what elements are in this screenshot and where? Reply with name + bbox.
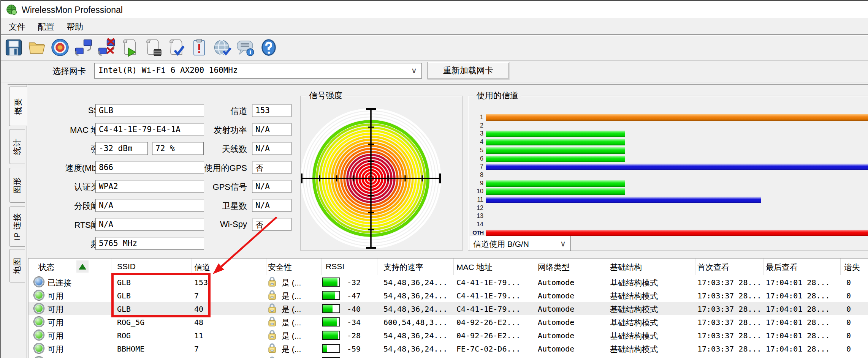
table-row-0[interactable]: 已连接GLB153是 (...-3254,48,36,24...C4-41-1E… (29, 275, 868, 289)
target-button[interactable] (51, 38, 70, 58)
lock-icon (267, 329, 277, 341)
disconnect-adapter-button[interactable] (97, 38, 117, 58)
column-header-2[interactable]: 信道 (194, 262, 210, 273)
rssi-bar-icon (322, 317, 340, 326)
cell-infrastructure: 基础结构模式 (610, 331, 658, 341)
field-right-3[interactable]: 否 (252, 161, 291, 174)
open-icon (27, 38, 46, 57)
export-report-icon (143, 38, 162, 57)
save-button[interactable] (4, 38, 24, 58)
cell-rates: 54,48,36,24... (383, 331, 448, 340)
field-right-4[interactable]: N/A (252, 180, 291, 193)
table-row-2[interactable]: 可用GLB40是 (...-4054,48,36,24...C4-41-1E-7… (29, 302, 868, 315)
lock-icon (267, 356, 277, 358)
reload-adapter-button[interactable]: 重新加载网卡 (427, 62, 509, 79)
column-header-1[interactable]: SSID (117, 262, 136, 271)
verify-report-button[interactable] (166, 38, 186, 58)
field-right-6[interactable]: 否 (252, 218, 291, 231)
cell-first-seen: 17:03:37 28... (697, 291, 762, 300)
column-header-9[interactable]: 首次查看 (697, 262, 729, 273)
side-tab-2[interactable]: 统计 (9, 129, 25, 164)
column-header-3[interactable]: 安全性 (268, 262, 292, 273)
cell-status: 可用 (48, 331, 63, 341)
cell-ssid: BBHOME (117, 344, 144, 353)
channel-bar (486, 114, 868, 121)
table-row-4[interactable]: 可用ROG11是 (...-2854,48,36,24...04-92-26-E… (29, 328, 868, 342)
column-header-6[interactable]: MAC 地址 (456, 262, 493, 273)
cell-security: 是 (... (282, 291, 301, 301)
cell-channel: 7 (194, 344, 199, 353)
sort-indicator[interactable] (76, 260, 89, 273)
menu-item-2[interactable]: 帮助 (60, 18, 89, 36)
cell-channel: 153 (194, 278, 208, 287)
cell-missed: 0 (846, 318, 851, 327)
field-right-0[interactable]: 153 (252, 104, 291, 117)
field-right-5[interactable]: N/A (252, 199, 291, 212)
field-right-1[interactable]: N/A (252, 123, 291, 136)
side-tab-1[interactable]: 概要 (9, 87, 27, 126)
column-header-8[interactable]: 基础结构 (610, 262, 642, 273)
column-header-7[interactable]: 网络类型 (538, 262, 570, 273)
field-label-right-0: 信道 (144, 106, 247, 117)
column-header-4[interactable]: RSSI (326, 262, 344, 271)
menu-item-1[interactable]: 配置 (32, 18, 60, 36)
side-tab-5[interactable]: 地图 (9, 249, 25, 282)
channel-bar (486, 139, 625, 145)
field-left-0-value: GLB (99, 106, 113, 115)
cell-mac: C4-41-1E-79... (456, 291, 521, 300)
cell-rssi: -28 (347, 331, 361, 340)
field-label-right-4: GPS信号 (144, 181, 247, 193)
cell-rssi: -32 (347, 278, 361, 287)
table-row-1[interactable]: 可用GLB7是 (...-4754,48,36,24...C4-41-1E-79… (29, 289, 868, 302)
export-report-button[interactable] (143, 38, 163, 58)
cell-missed: 0 (846, 278, 851, 287)
field-left-6-value: N/A (99, 220, 113, 229)
menu-item-0[interactable]: 文件 (3, 18, 32, 36)
channel-label: 10 (471, 188, 483, 195)
table-row-5[interactable]: 可用BBHOME7是 (...-5954,48,36,24...FE-7C-02… (29, 342, 868, 355)
cell-first-seen: 17:03:37 28... (697, 304, 762, 314)
field-right-2[interactable]: N/A (252, 142, 291, 155)
feedback-button[interactable] (236, 38, 256, 58)
header-separator (192, 259, 192, 275)
lock-icon (267, 303, 277, 314)
field-label-right-5: 卫星数 (144, 200, 247, 212)
side-tab-4[interactable]: IP 连接 (9, 207, 25, 247)
column-header-10[interactable]: 最后查看 (766, 262, 798, 273)
cell-rates: 600,54,48,3... (383, 318, 448, 327)
column-header-11[interactable]: 遗失 (844, 262, 860, 273)
channel-label: 9 (471, 180, 483, 187)
column-header-5[interactable]: 支持的速率 (383, 262, 423, 273)
open-button[interactable] (27, 38, 47, 58)
title-bar: WirelessMon Professional (1, 1, 868, 18)
column-header-0[interactable]: 状态 (38, 262, 54, 273)
table-row-3[interactable]: 可用ROG_5G48是 (...-34600,54,48,3...04-92-2… (29, 315, 868, 328)
adapter-select[interactable]: Intel(R) Wi-Fi 6 AX200 160MHz ∨ (94, 63, 422, 79)
header-separator (111, 259, 111, 275)
verify-report-icon (166, 38, 185, 57)
cell-security: 是 (... (282, 331, 301, 341)
cell-last-seen: 17:04:01 28... (766, 318, 830, 327)
connect-adapter-button[interactable] (74, 38, 93, 58)
channel-bar (486, 180, 625, 187)
cell-missed: 0 (846, 304, 851, 314)
status-orb-icon (34, 290, 44, 300)
table-row-6[interactable]: 可用ROG_5G-1157是 (...-31600,54,48,3...04-9… (29, 355, 868, 358)
run-report-button[interactable] (120, 38, 140, 58)
rssi-bar-fill (323, 318, 337, 326)
cell-rates: 54,48,36,24... (383, 278, 448, 287)
help-button[interactable] (259, 38, 279, 58)
chevron-down-icon[interactable]: ∨ (560, 239, 566, 248)
clipboard-notes-icon (190, 38, 209, 57)
field-left-2a[interactable]: -32 dBm (95, 142, 148, 155)
adapter-label: 选择网卡 (52, 66, 86, 77)
side-tab-3[interactable]: 图形 (9, 168, 25, 203)
channel-mode-select[interactable]: 信道使用 B/G/N ∨ (469, 236, 571, 251)
field-left-7[interactable]: 5765 MHz (95, 237, 204, 250)
disconnect-adapter-icon (97, 38, 116, 57)
save-icon (4, 38, 23, 57)
clipboard-notes-button[interactable] (190, 38, 209, 58)
web-check-button[interactable] (213, 38, 233, 58)
field-left-3-value: 866 (99, 163, 113, 172)
chevron-down-icon[interactable]: ∨ (411, 66, 417, 75)
